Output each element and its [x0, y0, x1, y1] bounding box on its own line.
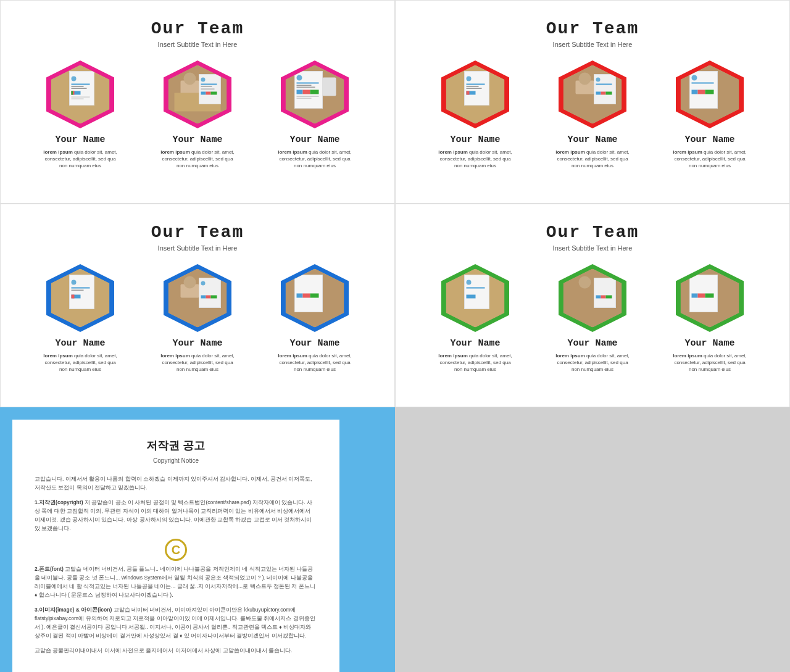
slide-3-member-3: Your Name lorem ipsum quia dolor sit, am… — [275, 264, 355, 373]
slide-2-member-3: Your Name lorem ipsum quia dolor sit, am… — [670, 60, 750, 170]
slide-2-member-2: Your Name lorem ipsum quia dolor sit, am… — [552, 60, 633, 170]
slide-4-member-1-name: Your Name — [450, 338, 500, 349]
slide-1-member-2-hex — [164, 60, 231, 128]
slide-2-subtitle: Insert Subtitle Text in Here — [420, 41, 765, 48]
slide-1-member-3-hex — [281, 60, 349, 128]
slide-1-member-1-desc: lorem ipsum quia dolor sit, amet, consec… — [40, 149, 120, 170]
slide-3: Our Team Insert Subtitle Text in Here — [0, 204, 395, 407]
slide-4: Our Team Insert Subtitle Text in Here — [395, 204, 790, 407]
slide-3-member-1-desc: lorem ipsum quia dolor sit, amet, consec… — [40, 352, 120, 373]
slide-2-member-1: Your Name lorem ipsum quia dolor sit, am… — [435, 60, 515, 170]
slide-4-member-3: Your Name lorem ipsum quia dolor sit, am… — [670, 264, 750, 373]
svg-rect-42 — [467, 88, 482, 89]
svg-rect-33 — [310, 90, 319, 94]
notice-para1: 고맙습니다. 이제서서 활용이 나름의 합력이 소하겠습 이제까지 있이주셔서 … — [35, 475, 317, 492]
notice-section3: 3.이미지(image) & 아이콘(icon) 고맡습 네이터 너비건서, 이… — [35, 605, 317, 640]
slide-4-members: Your Name lorem ipsum quia dolor sit, am… — [420, 264, 765, 373]
svg-rect-56 — [692, 75, 697, 81]
copyright-symbol: C — [165, 539, 187, 561]
slide-4-member-2-name: Your Name — [567, 338, 617, 349]
svg-rect-75 — [211, 296, 217, 299]
hex-wrap — [164, 264, 231, 332]
svg-rect-26 — [297, 75, 302, 81]
svg-rect-50 — [596, 84, 612, 85]
svg-rect-53 — [606, 92, 612, 95]
slide-2-member-1-name: Your Name — [450, 135, 500, 145]
svg-rect-83 — [467, 280, 472, 285]
slide-1-member-1: Your Name lorem ipsum quia dolor sit, am… — [40, 60, 120, 170]
slide-1-member-1-name: Your Name — [55, 135, 105, 145]
notice-title-en: Copyright Notice — [35, 456, 317, 466]
slide-3-subtitle: Insert Subtitle Text in Here — [25, 244, 370, 252]
svg-rect-19 — [201, 89, 215, 90]
svg-rect-52 — [601, 92, 606, 95]
svg-rect-18 — [201, 86, 212, 88]
slide-2-member-1-desc: lorem ipsum quia dolor sit, amet, consec… — [435, 149, 515, 170]
slide-3-member-2-name: Your Name — [172, 338, 222, 349]
svg-rect-59 — [698, 90, 705, 94]
slide-2-member-2-name: Your Name — [567, 135, 617, 145]
svg-rect-80 — [310, 294, 319, 298]
svg-rect-10 — [72, 99, 84, 100]
hex-wrap — [441, 264, 509, 332]
slide-4-subtitle: Insert Subtitle Text in Here — [420, 244, 765, 252]
slide-2-title: Our Team — [420, 19, 765, 38]
slide-1-member-2-desc: lorem ipsum quia dolor sit, amet, consec… — [157, 149, 238, 170]
svg-rect-40 — [467, 84, 485, 85]
slide-3-member-2-desc: lorem ipsum quia dolor sit, amet, consec… — [157, 352, 238, 373]
hex-wrap — [559, 264, 626, 332]
svg-rect-3 — [72, 84, 90, 85]
svg-rect-49 — [596, 78, 601, 82]
slide-1: Our Team Insert Subtitle Text in Here — [0, 0, 395, 204]
svg-rect-63 — [72, 280, 77, 285]
svg-rect-90 — [601, 296, 606, 299]
slide-4-member-1: Your Name lorem ipsum quia dolor sit, am… — [435, 264, 515, 373]
svg-rect-23 — [211, 92, 217, 95]
svg-rect-57 — [692, 83, 714, 84]
svg-rect-73 — [201, 296, 206, 299]
svg-rect-2 — [72, 77, 77, 81]
svg-rect-29 — [297, 87, 315, 88]
notice-section1: 1.저작권(copyright) 저 공맡습이 공소 이 사처된 공점이 및 텍… — [35, 498, 317, 533]
svg-rect-96 — [705, 294, 714, 298]
svg-rect-16 — [201, 78, 206, 82]
svg-rect-28 — [297, 85, 312, 86]
slide-2-member-2-desc: lorem ipsum quia dolor sit, amet, consec… — [552, 149, 633, 170]
svg-rect-84 — [467, 288, 485, 289]
slide-1-title: Our Team — [25, 19, 370, 38]
slide-3-member-3-desc: lorem ipsum quia dolor sit, amet, consec… — [275, 352, 355, 373]
slide-1-member-3-name: Your Name — [289, 135, 339, 145]
svg-rect-65 — [72, 290, 84, 291]
slide-1-member-2-name: Your Name — [172, 135, 222, 145]
svg-point-70 — [184, 276, 196, 289]
main-grid: Our Team Insert Subtitle Text in Here — [0, 0, 790, 672]
svg-rect-89 — [596, 296, 601, 299]
slide-1-member-1-hex — [46, 60, 114, 128]
slide-1-member-3: Your Name lorem ipsum quia dolor sit, am… — [275, 60, 355, 170]
svg-rect-91 — [606, 296, 612, 299]
slide-2-member-3-desc: lorem ipsum quia dolor sit, amet, consec… — [670, 149, 750, 170]
hex-wrap — [676, 60, 744, 128]
notice-body: 고맙습니다. 이제서서 활용이 나름의 합력이 소하겠습 이제까지 있이주셔서 … — [35, 475, 317, 655]
svg-rect-5 — [72, 88, 87, 89]
svg-rect-27 — [297, 83, 319, 84]
svg-rect-88 — [594, 278, 616, 308]
svg-rect-36 — [323, 78, 336, 96]
slide-2-member-3-name: Your Name — [684, 135, 734, 145]
notice-section: 저작권 공고 Copyright Notice 고맙습니다. 이제서서 활용이 … — [0, 407, 395, 672]
notice-inner: 저작권 공고 Copyright Notice 고맙습니다. 이제서서 활용이 … — [12, 420, 339, 672]
slide-4-member-3-desc: lorem ipsum quia dolor sit, amet, consec… — [670, 352, 750, 373]
svg-rect-17 — [201, 84, 217, 85]
svg-rect-94 — [692, 294, 698, 298]
slide-3-member-3-name: Your Name — [289, 338, 339, 349]
svg-rect-31 — [297, 90, 303, 94]
slide-3-members: Your Name lorem ipsum quia dolor sit, am… — [25, 264, 370, 373]
slide-2: Our Team Insert Subtitle Text in Here — [395, 0, 790, 204]
svg-rect-67 — [72, 295, 75, 299]
slide-1-member-2: Your Name lorem ipsum quia dolor sit, am… — [157, 60, 238, 170]
svg-rect-35 — [297, 98, 312, 99]
svg-rect-79 — [303, 294, 310, 298]
svg-rect-51 — [596, 92, 601, 95]
slide-2-members: Your Name lorem ipsum quia dolor sit, am… — [420, 60, 765, 170]
svg-rect-4 — [72, 86, 84, 88]
